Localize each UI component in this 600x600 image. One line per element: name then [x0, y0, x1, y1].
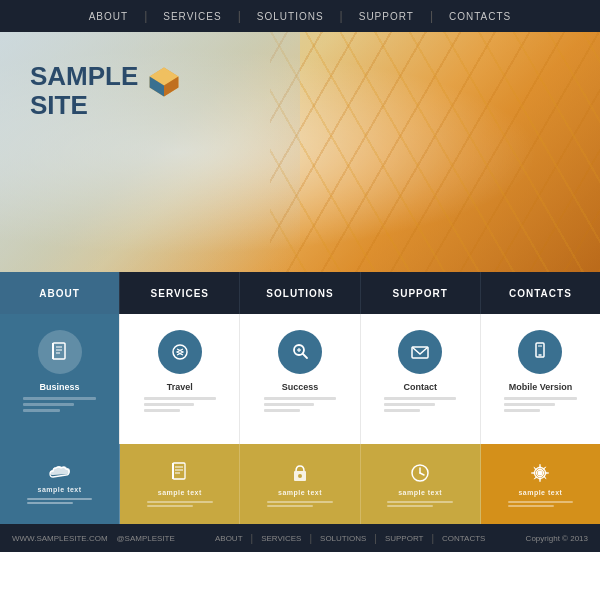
feature-contact-title: Contact: [403, 382, 437, 392]
features-section: Business Travel: [0, 314, 600, 444]
footer-url: WWW.SAMPLESITE.COM: [12, 534, 108, 543]
feature-mobile-lines: [504, 397, 576, 415]
logo-line1: SAMPLE: [30, 62, 138, 91]
cloud-icon: [49, 465, 71, 481]
business-icon-circle: [38, 330, 82, 374]
feature-business-lines: [23, 397, 95, 415]
feature-line: [504, 409, 540, 412]
bottom-col-0: sample text: [0, 444, 120, 524]
search-icon: [289, 341, 311, 363]
logo-text: SAMPLE SITE: [30, 62, 138, 119]
bottom-lines-0: [27, 498, 93, 504]
feature-travel: Travel: [120, 314, 240, 444]
site-logo: SAMPLE SITE: [30, 62, 182, 119]
feature-mobile: Mobile Version: [481, 314, 600, 444]
feature-line: [144, 403, 195, 406]
bottom-line: [387, 505, 433, 507]
feature-line: [264, 397, 336, 400]
feature-line: [264, 409, 300, 412]
book-icon: [49, 341, 71, 363]
bottom-label-2: sample text: [278, 489, 322, 496]
footer-link-contacts[interactable]: CONTACTS: [434, 534, 493, 543]
svg-line-27: [420, 473, 424, 475]
success-icon-circle: [278, 330, 322, 374]
footer-link-about[interactable]: ABOUT: [207, 534, 251, 543]
mail-icon: [409, 341, 431, 363]
footer: WWW.SAMPLESITE.COM @SAMPLESITE ABOUT | S…: [0, 524, 600, 552]
feature-line: [23, 403, 74, 406]
mid-nav-about[interactable]: ABOUT: [0, 272, 120, 314]
feature-line: [264, 403, 315, 406]
feature-success: Success: [240, 314, 360, 444]
feature-line: [384, 409, 420, 412]
bottom-lines-3: [387, 501, 453, 507]
footer-social: @SAMPLESITE: [116, 534, 174, 543]
mid-nav-support[interactable]: SUPPORT: [361, 272, 481, 314]
bottom-label-1: sample text: [158, 489, 202, 496]
mid-nav-contacts[interactable]: CONTACTS: [481, 272, 600, 314]
clock-icon: [409, 462, 431, 484]
footer-copyright: Copyright © 2013: [526, 534, 588, 543]
bottom-lines-1: [147, 501, 213, 507]
bottom-line: [27, 498, 93, 500]
footer-links: ABOUT | SERVICES | SOLUTIONS | SUPPORT |…: [207, 533, 493, 544]
feature-success-title: Success: [282, 382, 319, 392]
feature-line: [384, 403, 435, 406]
bottom-col-2: sample text: [240, 444, 360, 524]
travel-icon-circle: [158, 330, 202, 374]
arrows-icon: [169, 341, 191, 363]
contact-icon-circle: [398, 330, 442, 374]
bottom-label-0: sample text: [38, 486, 82, 493]
bottom-line: [267, 505, 313, 507]
feature-line: [144, 409, 180, 412]
document-icon: [171, 462, 189, 484]
gear-icon: [529, 462, 551, 484]
svg-point-9: [173, 345, 187, 359]
top-nav-services[interactable]: SERVICES: [147, 11, 237, 22]
mobile-icon-circle: [518, 330, 562, 374]
feature-contact: Contact: [361, 314, 481, 444]
footer-link-solutions[interactable]: SOLUTIONS: [312, 534, 374, 543]
feature-line: [384, 397, 456, 400]
bottom-lines-4: [508, 501, 574, 507]
hero-section: SAMPLE SITE: [0, 32, 600, 272]
mid-nav-services[interactable]: SERVICES: [120, 272, 240, 314]
bottom-col-4: sample text: [481, 444, 600, 524]
feature-business-title: Business: [40, 382, 80, 392]
lock-icon: [291, 462, 309, 484]
bottom-col-3: sample text: [361, 444, 481, 524]
bottom-line: [508, 505, 554, 507]
mid-nav-solutions[interactable]: SOLUTIONS: [240, 272, 360, 314]
feature-business: Business: [0, 314, 120, 444]
svg-line-11: [303, 354, 307, 358]
svg-rect-18: [173, 463, 185, 479]
feature-line: [144, 397, 216, 400]
svg-rect-4: [53, 343, 65, 359]
bottom-lines-2: [267, 501, 333, 507]
logo-line2: SITE: [30, 91, 138, 120]
bottom-line: [147, 505, 193, 507]
top-navigation: ABOUT | SERVICES | SOLUTIONS | SUPPORT |…: [0, 0, 600, 32]
svg-point-30: [538, 470, 543, 475]
feature-contact-lines: [384, 397, 456, 415]
hero-hex-pattern: [270, 32, 600, 272]
mid-navigation: ABOUT SERVICES SOLUTIONS SUPPORT CONTACT…: [0, 272, 600, 314]
bottom-line: [387, 501, 453, 503]
bottom-line: [508, 501, 574, 503]
phone-icon: [529, 341, 551, 363]
feature-mobile-title: Mobile Version: [509, 382, 573, 392]
top-nav-about[interactable]: ABOUT: [73, 11, 144, 22]
footer-link-services[interactable]: SERVICES: [253, 534, 309, 543]
footer-link-support[interactable]: SUPPORT: [377, 534, 432, 543]
bottom-line: [267, 501, 333, 503]
feature-travel-title: Travel: [167, 382, 193, 392]
bottom-line: [27, 502, 73, 504]
top-nav-support[interactable]: SUPPORT: [343, 11, 430, 22]
feature-line: [504, 397, 576, 400]
top-nav-contacts[interactable]: CONTACTS: [433, 11, 527, 22]
feature-line: [504, 403, 555, 406]
feature-line: [23, 409, 59, 412]
bottom-line: [147, 501, 213, 503]
feature-line: [23, 397, 95, 400]
top-nav-solutions[interactable]: SOLUTIONS: [241, 11, 340, 22]
